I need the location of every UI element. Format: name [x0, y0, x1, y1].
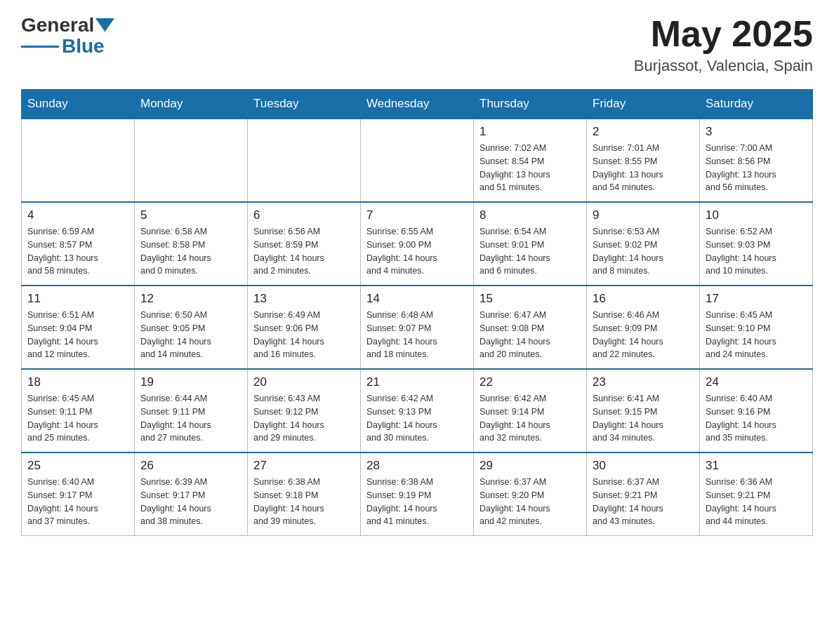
day-number: 17	[706, 292, 807, 306]
day-info: Sunrise: 6:36 AM Sunset: 9:21 PM Dayligh…	[706, 476, 807, 528]
day-cell: 1Sunrise: 7:02 AM Sunset: 8:54 PM Daylig…	[474, 119, 587, 202]
calendar-table: SundayMondayTuesdayWednesdayThursdayFrid…	[21, 89, 813, 536]
day-info: Sunrise: 6:41 AM Sunset: 9:15 PM Dayligh…	[593, 392, 694, 445]
day-number: 1	[479, 125, 581, 139]
day-number: 9	[593, 208, 694, 222]
day-cell	[135, 119, 248, 202]
day-cell: 2Sunrise: 7:01 AM Sunset: 8:55 PM Daylig…	[587, 119, 700, 202]
day-info: Sunrise: 6:42 AM Sunset: 9:13 PM Dayligh…	[366, 392, 468, 445]
day-cell: 28Sunrise: 6:38 AM Sunset: 9:19 PM Dayli…	[361, 452, 474, 536]
day-info: Sunrise: 7:01 AM Sunset: 8:55 PM Dayligh…	[593, 142, 694, 194]
day-number: 20	[253, 375, 355, 389]
day-cell: 27Sunrise: 6:38 AM Sunset: 9:18 PM Dayli…	[248, 452, 361, 536]
day-info: Sunrise: 6:37 AM Sunset: 9:21 PM Dayligh…	[593, 476, 694, 528]
day-number: 12	[140, 292, 241, 306]
day-cell: 14Sunrise: 6:48 AM Sunset: 9:07 PM Dayli…	[361, 286, 474, 369]
day-cell	[361, 119, 474, 202]
day-number: 29	[479, 459, 581, 473]
day-info: Sunrise: 7:02 AM Sunset: 8:54 PM Dayligh…	[479, 142, 581, 194]
day-cell: 4Sunrise: 6:59 AM Sunset: 8:57 PM Daylig…	[22, 202, 135, 286]
title-block: May 2025 Burjassot, Valencia, Spain	[634, 14, 813, 75]
week-row-4: 18Sunrise: 6:45 AM Sunset: 9:11 PM Dayli…	[22, 369, 813, 452]
day-cell: 15Sunrise: 6:47 AM Sunset: 9:08 PM Dayli…	[474, 286, 587, 369]
day-number: 3	[706, 125, 807, 139]
day-info: Sunrise: 6:38 AM Sunset: 9:19 PM Dayligh…	[366, 476, 468, 528]
col-header-friday: Friday	[587, 90, 700, 119]
day-cell: 29Sunrise: 6:37 AM Sunset: 9:20 PM Dayli…	[474, 452, 587, 536]
day-number: 23	[593, 375, 694, 389]
day-number: 11	[27, 292, 128, 306]
day-cell: 10Sunrise: 6:52 AM Sunset: 9:03 PM Dayli…	[700, 202, 813, 286]
day-cell: 26Sunrise: 6:39 AM Sunset: 9:17 PM Dayli…	[135, 452, 248, 536]
day-info: Sunrise: 6:47 AM Sunset: 9:08 PM Dayligh…	[479, 309, 581, 361]
day-info: Sunrise: 6:50 AM Sunset: 9:05 PM Dayligh…	[140, 309, 241, 361]
day-number: 6	[253, 208, 355, 222]
day-cell	[248, 119, 361, 202]
day-cell: 13Sunrise: 6:49 AM Sunset: 9:06 PM Dayli…	[248, 286, 361, 369]
week-row-2: 4Sunrise: 6:59 AM Sunset: 8:57 PM Daylig…	[22, 202, 813, 286]
day-cell: 31Sunrise: 6:36 AM Sunset: 9:21 PM Dayli…	[700, 452, 813, 536]
day-number: 13	[253, 292, 355, 306]
day-info: Sunrise: 6:39 AM Sunset: 9:17 PM Dayligh…	[140, 476, 241, 528]
day-number: 4	[27, 208, 128, 222]
day-number: 31	[706, 459, 807, 473]
day-number: 16	[593, 292, 694, 306]
day-cell: 24Sunrise: 6:40 AM Sunset: 9:16 PM Dayli…	[700, 369, 813, 452]
day-cell: 6Sunrise: 6:56 AM Sunset: 8:59 PM Daylig…	[248, 202, 361, 286]
day-number: 21	[366, 375, 468, 389]
day-info: Sunrise: 6:45 AM Sunset: 9:10 PM Dayligh…	[706, 309, 807, 361]
day-cell: 12Sunrise: 6:50 AM Sunset: 9:05 PM Dayli…	[135, 286, 248, 369]
day-info: Sunrise: 6:53 AM Sunset: 9:02 PM Dayligh…	[593, 225, 694, 278]
week-row-1: 1Sunrise: 7:02 AM Sunset: 8:54 PM Daylig…	[22, 119, 813, 202]
logo-blue: Blue	[62, 35, 105, 58]
day-cell: 7Sunrise: 6:55 AM Sunset: 9:00 PM Daylig…	[361, 202, 474, 286]
day-number: 5	[140, 208, 241, 222]
day-cell: 19Sunrise: 6:44 AM Sunset: 9:11 PM Dayli…	[135, 369, 248, 452]
day-number: 24	[706, 375, 807, 389]
day-info: Sunrise: 6:59 AM Sunset: 8:57 PM Dayligh…	[27, 225, 128, 278]
col-header-wednesday: Wednesday	[361, 90, 474, 119]
day-info: Sunrise: 7:00 AM Sunset: 8:56 PM Dayligh…	[706, 142, 807, 194]
day-cell: 17Sunrise: 6:45 AM Sunset: 9:10 PM Dayli…	[700, 286, 813, 369]
day-cell: 5Sunrise: 6:58 AM Sunset: 8:58 PM Daylig…	[135, 202, 248, 286]
day-cell: 22Sunrise: 6:42 AM Sunset: 9:14 PM Dayli…	[474, 369, 587, 452]
day-info: Sunrise: 6:54 AM Sunset: 9:01 PM Dayligh…	[479, 225, 581, 278]
day-info: Sunrise: 6:55 AM Sunset: 9:00 PM Dayligh…	[366, 225, 468, 278]
day-number: 25	[27, 459, 128, 473]
day-info: Sunrise: 6:38 AM Sunset: 9:18 PM Dayligh…	[253, 476, 355, 528]
day-number: 2	[593, 125, 694, 139]
day-cell: 9Sunrise: 6:53 AM Sunset: 9:02 PM Daylig…	[587, 202, 700, 286]
day-info: Sunrise: 6:44 AM Sunset: 9:11 PM Dayligh…	[140, 392, 241, 445]
week-row-3: 11Sunrise: 6:51 AM Sunset: 9:04 PM Dayli…	[22, 286, 813, 369]
day-number: 15	[479, 292, 581, 306]
col-header-thursday: Thursday	[474, 90, 587, 119]
day-cell: 23Sunrise: 6:41 AM Sunset: 9:15 PM Dayli…	[587, 369, 700, 452]
col-header-sunday: Sunday	[22, 90, 135, 119]
day-info: Sunrise: 6:37 AM Sunset: 9:20 PM Dayligh…	[479, 476, 581, 528]
calendar-location: Burjassot, Valencia, Spain	[634, 57, 813, 75]
day-number: 18	[27, 375, 128, 389]
day-cell: 11Sunrise: 6:51 AM Sunset: 9:04 PM Dayli…	[22, 286, 135, 369]
day-number: 7	[366, 208, 468, 222]
col-header-monday: Monday	[135, 90, 248, 119]
day-number: 28	[366, 459, 468, 473]
day-info: Sunrise: 6:42 AM Sunset: 9:14 PM Dayligh…	[479, 392, 581, 445]
col-header-tuesday: Tuesday	[248, 90, 361, 119]
day-number: 27	[253, 459, 355, 473]
day-info: Sunrise: 6:46 AM Sunset: 9:09 PM Dayligh…	[593, 309, 694, 361]
day-info: Sunrise: 6:49 AM Sunset: 9:06 PM Dayligh…	[253, 309, 355, 361]
calendar-title: May 2025	[634, 14, 813, 54]
day-number: 14	[366, 292, 468, 306]
day-cell: 8Sunrise: 6:54 AM Sunset: 9:01 PM Daylig…	[474, 202, 587, 286]
day-cell: 18Sunrise: 6:45 AM Sunset: 9:11 PM Dayli…	[22, 369, 135, 452]
day-number: 10	[706, 208, 807, 222]
day-number: 30	[593, 459, 694, 473]
day-info: Sunrise: 6:43 AM Sunset: 9:12 PM Dayligh…	[253, 392, 355, 445]
col-header-saturday: Saturday	[700, 90, 813, 119]
day-cell	[22, 119, 135, 202]
week-row-5: 25Sunrise: 6:40 AM Sunset: 9:17 PM Dayli…	[22, 452, 813, 536]
day-cell: 20Sunrise: 6:43 AM Sunset: 9:12 PM Dayli…	[248, 369, 361, 452]
day-info: Sunrise: 6:52 AM Sunset: 9:03 PM Dayligh…	[706, 225, 807, 278]
day-cell: 3Sunrise: 7:00 AM Sunset: 8:56 PM Daylig…	[700, 119, 813, 202]
calendar-header-row: SundayMondayTuesdayWednesdayThursdayFrid…	[22, 90, 813, 119]
